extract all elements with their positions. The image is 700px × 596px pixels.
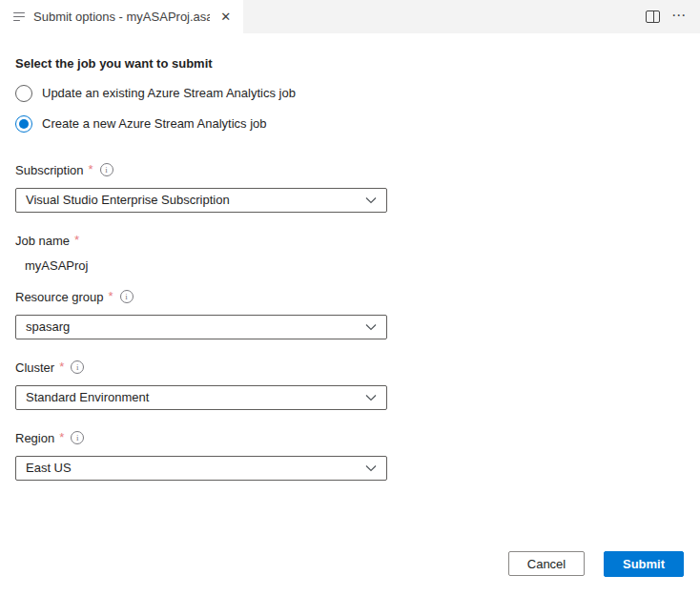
cluster-dropdown[interactable]: Standard Environment bbox=[15, 385, 387, 410]
form-title: Select the job you want to submit bbox=[15, 56, 685, 71]
close-icon[interactable]: ✕ bbox=[217, 9, 234, 26]
field-cluster: Cluster * Standard Environment bbox=[15, 360, 685, 410]
field-region: Region * East US bbox=[15, 430, 685, 481]
radio-label: Create a new Azure Stream Analytics job bbox=[42, 116, 267, 132]
required-asterisk: * bbox=[59, 430, 64, 445]
form-footer: Cancel Submit bbox=[508, 551, 684, 577]
cancel-button[interactable]: Cancel bbox=[508, 551, 585, 576]
dropdown-value: Visual Studio Enterprise Subscription bbox=[26, 193, 230, 208]
field-job-name: Job name * myASAProj bbox=[15, 233, 685, 274]
radio-option-update-existing-job[interactable]: Update an existing Azure Stream Analytic… bbox=[15, 84, 685, 103]
field-subscription: Subscription * Visual Studio Enterprise … bbox=[15, 162, 685, 213]
region-dropdown[interactable]: East US bbox=[15, 456, 387, 481]
info-icon bbox=[100, 163, 113, 176]
chevron-down-icon bbox=[365, 394, 377, 401]
dropdown-value: Standard Environment bbox=[26, 390, 149, 405]
required-asterisk: * bbox=[109, 289, 113, 304]
field-label: Resource group bbox=[15, 290, 104, 304]
resource-group-dropdown[interactable]: spasarg bbox=[15, 315, 387, 339]
field-label: Subscription bbox=[15, 163, 84, 177]
info-icon bbox=[120, 290, 134, 303]
info-icon bbox=[71, 431, 84, 444]
job-name-value: myASAProj bbox=[25, 258, 685, 274]
field-label: Cluster bbox=[15, 360, 54, 375]
editor-tab-bar: Submit options - myASAProj.asaql ✕ ⋯ bbox=[0, 0, 700, 33]
required-asterisk: * bbox=[89, 162, 93, 177]
required-asterisk: * bbox=[74, 233, 79, 248]
field-resource-group: Resource group * spasarg bbox=[15, 289, 685, 339]
radio-selected-icon[interactable] bbox=[15, 115, 32, 133]
subscription-dropdown[interactable]: Visual Studio Enterprise Subscription bbox=[15, 188, 387, 213]
more-actions-icon[interactable]: ⋯ bbox=[671, 8, 687, 26]
radio-unselected-icon[interactable] bbox=[15, 85, 32, 102]
field-label: Region bbox=[15, 431, 54, 445]
chevron-down-icon bbox=[365, 323, 377, 331]
radio-label: Update an existing Azure Stream Analytic… bbox=[42, 86, 296, 101]
info-icon bbox=[71, 360, 84, 374]
field-label: Job name bbox=[15, 234, 70, 248]
submit-button[interactable]: Submit bbox=[604, 551, 684, 577]
tab-title: Submit options - myASAProj.asaql bbox=[33, 10, 210, 24]
chevron-down-icon bbox=[365, 196, 377, 204]
tab-submit-options[interactable]: Submit options - myASAProj.asaql ✕ bbox=[0, 0, 243, 33]
split-editor-icon[interactable] bbox=[646, 10, 660, 23]
required-asterisk: * bbox=[59, 360, 64, 375]
editor-actions: ⋯ bbox=[646, 0, 700, 33]
dropdown-value: East US bbox=[26, 461, 72, 476]
submit-options-form: Select the job you want to submit Update… bbox=[0, 33, 700, 481]
radio-option-create-new-job[interactable]: Create a new Azure Stream Analytics job bbox=[15, 114, 685, 134]
chevron-down-icon bbox=[365, 464, 377, 472]
dropdown-value: spasarg bbox=[26, 319, 70, 335]
submit-options-file-icon bbox=[13, 12, 26, 22]
